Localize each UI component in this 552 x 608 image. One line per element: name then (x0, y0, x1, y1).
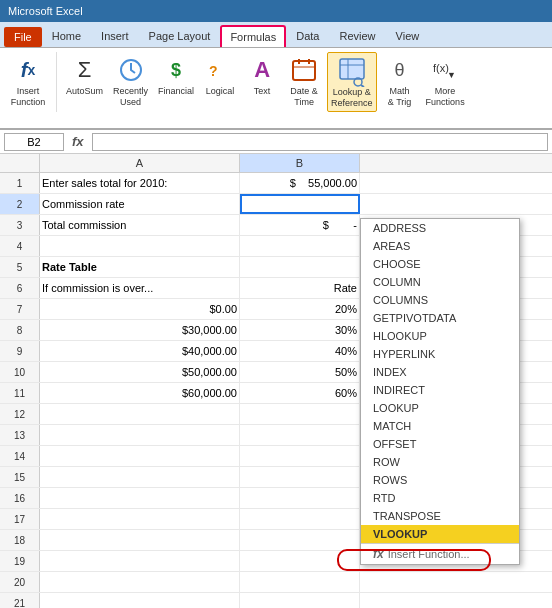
dropdown-item-rows[interactable]: ROWS (361, 471, 519, 489)
datetime-button[interactable]: Date &Time (285, 52, 323, 110)
recently-used-label: RecentlyUsed (113, 86, 148, 108)
cell-b10[interactable]: 50% (240, 362, 360, 382)
cell-a9[interactable]: $40,000.00 (40, 341, 240, 361)
tab-view[interactable]: View (386, 25, 430, 47)
dropdown-item-column[interactable]: COLUMN (361, 273, 519, 291)
cell-a1[interactable]: Enter sales total for 2010: (40, 173, 240, 193)
formula-input[interactable] (92, 133, 548, 151)
dropdown-item-rtd[interactable]: RTD (361, 489, 519, 507)
lookup-reference-button[interactable]: Lookup &Reference (327, 52, 377, 112)
datetime-icon (288, 54, 320, 86)
table-row: 1 Enter sales total for 2010: $ 55,000.0… (0, 173, 552, 194)
dropdown-item-getpivotdata[interactable]: GETPIVOTDATA (361, 309, 519, 327)
col-header-a[interactable]: A (40, 154, 240, 172)
dropdown-item-index[interactable]: INDEX (361, 363, 519, 381)
financial-icon: $ (160, 54, 192, 86)
cell-a11[interactable]: $60,000.00 (40, 383, 240, 403)
dropdown-item-hlookup[interactable]: HLOOKUP (361, 327, 519, 345)
dropdown-item-indirect[interactable]: INDIRECT (361, 381, 519, 399)
cell-b3[interactable]: $ - (240, 215, 360, 235)
financial-button[interactable]: $ Financial (155, 52, 197, 99)
cell-b2[interactable] (240, 194, 360, 214)
ribbon: fx InsertFunction Σ AutoSum RecentlyUsed… (0, 48, 552, 130)
table-row: 21 (0, 593, 552, 608)
tab-formulas[interactable]: Formulas (220, 25, 286, 47)
table-row: 20 (0, 572, 552, 593)
insert-function-footer[interactable]: fx Insert Function... (361, 543, 519, 564)
svg-text:?: ? (209, 63, 218, 79)
cell-a2[interactable]: Commission rate (40, 194, 240, 214)
fx-button[interactable]: fx (68, 134, 88, 149)
cell-b5[interactable] (240, 257, 360, 277)
cell-b6[interactable]: Rate (240, 278, 360, 298)
tab-file[interactable]: File (4, 27, 42, 47)
cell-b1[interactable]: $ 55,000.00 (240, 173, 360, 193)
tab-pagelayout[interactable]: Page Layout (139, 25, 221, 47)
more-functions-button[interactable]: f(x) ▼ MoreFunctions (423, 52, 468, 110)
lookup-dropdown: ADDRESS AREAS CHOOSE COLUMN COLUMNS GETP… (360, 218, 520, 565)
dropdown-item-vlookup[interactable]: VLOOKUP (361, 525, 519, 543)
ribbon-tabs: File Home Insert Page Layout Formulas Da… (0, 22, 552, 48)
fx-icon: fx (12, 54, 44, 86)
datetime-label: Date &Time (290, 86, 318, 108)
dropdown-item-transpose[interactable]: TRANSPOSE (361, 507, 519, 525)
lookup-reference-label: Lookup &Reference (331, 87, 373, 109)
tab-insert[interactable]: Insert (91, 25, 139, 47)
row-num: 1 (0, 173, 40, 193)
cell-b4[interactable] (240, 236, 360, 256)
svg-rect-6 (340, 59, 364, 79)
cell-a8[interactable]: $30,000.00 (40, 320, 240, 340)
autosum-button[interactable]: Σ AutoSum (63, 52, 106, 99)
math-trig-button[interactable]: θ Math& Trig (381, 52, 419, 110)
tab-review[interactable]: Review (329, 25, 385, 47)
spreadsheet: A B 1 Enter sales total for 2010: $ 55,0… (0, 154, 552, 608)
cell-a3[interactable]: Total commission (40, 215, 240, 235)
cell-a7[interactable]: $0.00 (40, 299, 240, 319)
financial-label: Financial (158, 86, 194, 97)
cell-a4[interactable] (40, 236, 240, 256)
dropdown-item-choose[interactable]: CHOOSE (361, 255, 519, 273)
row-num: 11 (0, 383, 40, 403)
recently-used-icon (115, 54, 147, 86)
cell-b8[interactable]: 30% (240, 320, 360, 340)
col-header-b[interactable]: B (240, 154, 360, 172)
cell-a6[interactable]: If commission is over... (40, 278, 240, 298)
logical-button[interactable]: ? Logical (201, 52, 239, 99)
insert-function-footer-label: Insert Function... (388, 548, 470, 560)
cell-b11[interactable]: 60% (240, 383, 360, 403)
insert-function-button[interactable]: fx InsertFunction (6, 52, 50, 110)
sigma-icon: Σ (69, 54, 101, 86)
text-button[interactable]: A Text (243, 52, 281, 99)
insert-function-label: InsertFunction (11, 86, 46, 108)
row-num: 2 (0, 194, 40, 214)
autosum-label: AutoSum (66, 86, 103, 97)
row-num: 5 (0, 257, 40, 277)
dropdown-item-areas[interactable]: AREAS (361, 237, 519, 255)
math-trig-label: Math& Trig (388, 86, 412, 108)
dropdown-item-lookup[interactable]: LOOKUP (361, 399, 519, 417)
dropdown-item-hyperlink[interactable]: HYPERLINK (361, 345, 519, 363)
formula-bar: B2 fx (0, 130, 552, 154)
text-label: Text (254, 86, 271, 97)
svg-rect-2 (293, 61, 315, 80)
cell-a5[interactable]: Rate Table (40, 257, 240, 277)
tab-home[interactable]: Home (42, 25, 91, 47)
lookup-icon (336, 55, 368, 87)
dropdown-item-row[interactable]: ROW (361, 453, 519, 471)
cell-b9[interactable]: 40% (240, 341, 360, 361)
cell-b7[interactable]: 20% (240, 299, 360, 319)
row-num: 3 (0, 215, 40, 235)
row-num: 7 (0, 299, 40, 319)
row-num: 10 (0, 362, 40, 382)
dropdown-item-address[interactable]: ADDRESS (361, 219, 519, 237)
row-num-corner (0, 154, 40, 172)
text-icon: A (246, 54, 278, 86)
dropdown-item-offset[interactable]: OFFSET (361, 435, 519, 453)
recently-used-button[interactable]: RecentlyUsed (110, 52, 151, 110)
dropdown-item-match[interactable]: MATCH (361, 417, 519, 435)
dropdown-item-columns[interactable]: COLUMNS (361, 291, 519, 309)
name-box[interactable]: B2 (4, 133, 64, 151)
row-num: 9 (0, 341, 40, 361)
tab-data[interactable]: Data (286, 25, 329, 47)
cell-a10[interactable]: $50,000.00 (40, 362, 240, 382)
